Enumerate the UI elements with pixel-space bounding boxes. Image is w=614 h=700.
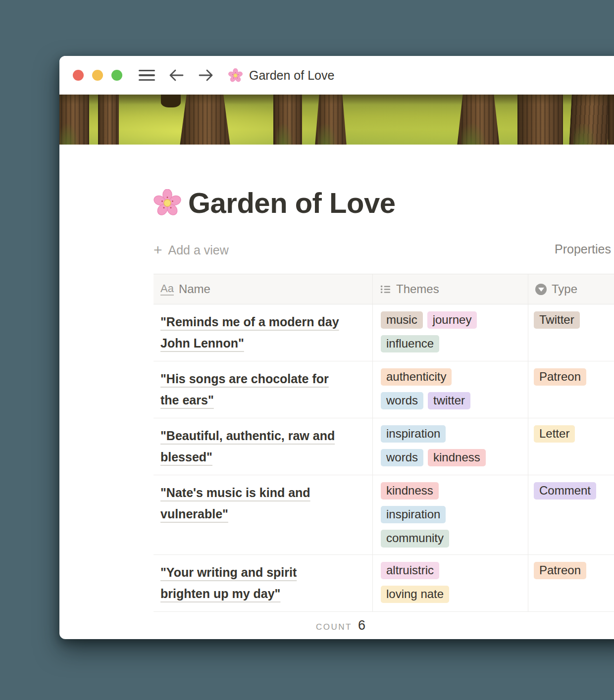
type-cell[interactable]: Patreon	[528, 361, 614, 418]
row-title[interactable]: "Nate's music is kind and vulnerable"	[160, 486, 310, 521]
page-header: Garden of Love	[154, 186, 614, 219]
row-title[interactable]: "His songs are chocolate for the ears"	[160, 372, 329, 407]
theme-tag[interactable]: community	[381, 530, 449, 547]
tree-trunk	[98, 95, 119, 145]
type-tag[interactable]: Comment	[534, 482, 596, 500]
view-toolbar: + Add a view Properties	[154, 240, 614, 260]
name-cell[interactable]: "Your writing and spirit brighten up my …	[154, 555, 372, 611]
plus-icon: +	[154, 243, 162, 257]
table-footer[interactable]: COUNT6	[154, 612, 372, 633]
type-tag[interactable]: Patreon	[534, 562, 586, 579]
theme-tag[interactable]: twitter	[428, 392, 470, 409]
tree-trunk	[161, 95, 181, 107]
type-cell[interactable]: Letter	[528, 418, 614, 475]
traffic-lights	[73, 70, 122, 81]
type-cell[interactable]: Twitter	[528, 304, 614, 361]
themes-cell[interactable]: altruistric loving nate	[372, 555, 528, 611]
row-title[interactable]: "Reminds me of a modern day John Lennon"	[160, 315, 339, 350]
type-tag[interactable]: Letter	[534, 425, 575, 443]
page-title: Garden of Love	[188, 186, 395, 219]
minimize-window-button[interactable]	[92, 70, 103, 81]
type-tag[interactable]: Patreon	[534, 368, 586, 386]
themes-cell[interactable]: kindness inspiration community	[372, 475, 528, 554]
theme-tag[interactable]: loving nate	[381, 586, 449, 603]
tree-trunk	[457, 95, 500, 145]
name-cell[interactable]: "His songs are chocolate for the ears"	[154, 361, 372, 418]
forward-arrow-icon[interactable]	[198, 68, 214, 82]
theme-tag[interactable]: inspiration	[381, 425, 446, 443]
themes-cell[interactable]: authenticity words twitter	[372, 361, 528, 418]
add-view-label: Add a view	[168, 243, 229, 257]
name-cell[interactable]: "Nate's music is kind and vulnerable"	[154, 475, 372, 554]
tree-trunk	[59, 95, 89, 145]
tree-trunk	[315, 95, 347, 145]
column-label: Name	[179, 282, 210, 296]
themes-cell[interactable]: inspiration words kindness	[372, 418, 528, 475]
name-cell[interactable]: "Beautiful, authentic, raw and blessed"	[154, 418, 372, 475]
list-icon	[380, 284, 391, 295]
cover-image[interactable]	[59, 95, 614, 145]
type-tag[interactable]: Twitter	[534, 311, 580, 329]
tree-trunk	[273, 95, 302, 145]
theme-tag[interactable]: music	[381, 311, 423, 329]
themes-cell[interactable]: music journey influence	[372, 304, 528, 361]
tree-trunk	[569, 95, 611, 145]
column-label: Themes	[396, 282, 439, 296]
window-titlebar: Garden of Love	[59, 56, 614, 95]
theme-tag[interactable]: inspiration	[381, 506, 446, 523]
theme-tag[interactable]: altruistric	[381, 562, 439, 579]
tree-trunk	[608, 95, 614, 145]
theme-tag[interactable]: authenticity	[381, 368, 452, 386]
close-window-button[interactable]	[73, 70, 84, 81]
zoom-window-button[interactable]	[111, 70, 122, 81]
theme-tag[interactable]: words	[381, 392, 423, 409]
column-header-name[interactable]: Aa Name	[154, 274, 372, 304]
database-table: Aa Name Themes Type	[154, 274, 614, 633]
type-cell[interactable]: Comment	[528, 475, 614, 554]
table-row: "Reminds me of a modern day John Lennon"…	[154, 304, 614, 361]
back-arrow-icon[interactable]	[168, 68, 185, 82]
name-cell[interactable]: "Reminds me of a modern day John Lennon"	[154, 304, 372, 361]
column-label: Type	[552, 282, 577, 296]
count-label: COUNT	[316, 622, 352, 632]
theme-tag[interactable]: journey	[427, 311, 477, 329]
table-header: Aa Name Themes Type	[154, 274, 614, 304]
table-row: "Beautiful, authentic, raw and blessed" …	[154, 418, 614, 475]
theme-tag[interactable]: influence	[381, 335, 439, 352]
count-value: 6	[358, 618, 365, 633]
properties-button[interactable]: Properties	[555, 242, 611, 256]
theme-tag[interactable]: words	[381, 449, 423, 466]
title-icon: Aa	[160, 283, 174, 296]
column-header-type[interactable]: Type	[528, 274, 614, 304]
tree-trunk	[180, 95, 230, 145]
notion-window: Garden of Love Garden of Love + Add a vi…	[59, 56, 614, 639]
theme-tag[interactable]: kindness	[381, 482, 439, 500]
table-row: "His songs are chocolate for the ears" a…	[154, 361, 614, 418]
titlebar-title: Garden of Love	[249, 68, 334, 83]
column-header-themes[interactable]: Themes	[372, 274, 528, 304]
add-view-button[interactable]: + Add a view	[154, 243, 229, 257]
table-row: "Your writing and spirit brighten up my …	[154, 555, 614, 612]
flower-emoji-icon	[228, 68, 243, 83]
theme-tag[interactable]: kindness	[428, 449, 486, 466]
sidebar-menu-icon[interactable]	[139, 70, 155, 81]
page-flower-icon[interactable]	[154, 189, 181, 217]
select-icon	[535, 284, 547, 295]
row-title[interactable]: "Beautiful, authentic, raw and blessed"	[160, 429, 335, 464]
row-title[interactable]: "Your writing and spirit brighten up my …	[160, 565, 297, 600]
table-row: "Nate's music is kind and vulnerable" ki…	[154, 475, 614, 555]
tree-trunk	[517, 95, 563, 145]
type-cell[interactable]: Patreon	[528, 555, 614, 611]
